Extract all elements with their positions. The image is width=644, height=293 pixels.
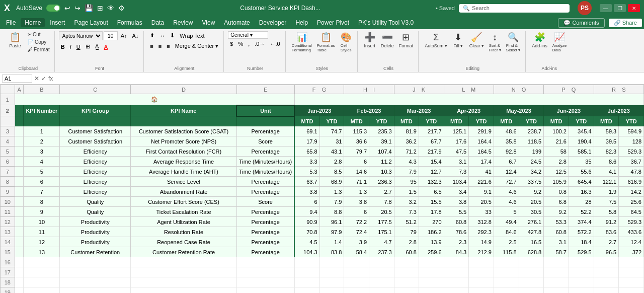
data-cell-jun_ytd[interactable]: 35 bbox=[569, 157, 594, 167]
data-cell-jun_ytd[interactable]: 645.4 bbox=[569, 177, 594, 187]
col-n-o-header[interactable]: N O bbox=[494, 85, 543, 94]
col-a-header[interactable]: A bbox=[15, 85, 24, 94]
data-cell-feb_mtd[interactable]: 72.4 bbox=[344, 227, 369, 237]
data-cell-jun_mtd[interactable]: 9.2 bbox=[544, 207, 569, 217]
view-btn[interactable]: 👁 bbox=[107, 4, 114, 12]
menu-file[interactable]: File bbox=[2, 18, 20, 27]
data-cell-feb_ytd[interactable]: 2.7 bbox=[369, 187, 394, 197]
data-cell-feb_mtd[interactable]: 1.3 bbox=[344, 187, 369, 197]
data-cell-may_ytd[interactable]: 337.5 bbox=[519, 177, 544, 187]
align-top-btn[interactable]: ⬆ bbox=[148, 31, 156, 40]
data-cell-feb_ytd[interactable]: 39.1 bbox=[369, 136, 394, 146]
data-cell-mar_mtd[interactable]: 81.9 bbox=[394, 126, 419, 136]
data-cell-feb_ytd[interactable]: 175.1 bbox=[369, 227, 394, 237]
data-cell-feb_mtd[interactable]: 79.7 bbox=[344, 146, 369, 157]
data-cell-feb_ytd[interactable]: 177.5 bbox=[369, 217, 394, 227]
data-cell-feb_mtd[interactable]: 58.4 bbox=[344, 247, 369, 257]
kpi-group-cell[interactable]: Productivity bbox=[60, 227, 131, 237]
data-cell-may_mtd[interactable]: 35.8 bbox=[494, 136, 519, 146]
data-cell-jul_ytd[interactable]: 128 bbox=[619, 136, 644, 146]
cell-reference-input[interactable] bbox=[2, 75, 32, 83]
data-cell-may_ytd[interactable]: 9.2 bbox=[519, 187, 544, 197]
data-cell-jul_ytd[interactable]: 64.5 bbox=[619, 207, 644, 217]
data-cell-jun_ytd[interactable]: 28 bbox=[569, 197, 594, 207]
menu-page-layout[interactable]: Page Layout bbox=[70, 18, 112, 27]
grid-scroll-container[interactable]: A B C D E F G H I J K L M N O P Q R S bbox=[0, 85, 644, 293]
data-cell-feb_ytd[interactable]: 7.8 bbox=[369, 197, 394, 207]
data-cell-jan_ytd[interactable]: 1.3 bbox=[319, 187, 344, 197]
kpi-name-cell[interactable]: Average Handle Time (AHT) bbox=[131, 167, 237, 177]
kpi-name-cell[interactable]: Abandonment Rate bbox=[131, 187, 237, 197]
data-cell-jul_mtd[interactable]: 122.1 bbox=[594, 177, 619, 187]
data-cell-may_ytd[interactable]: 238.7 bbox=[519, 126, 544, 136]
data-cell-jun_ytd[interactable]: 585.1 bbox=[569, 146, 594, 157]
data-cell-may_ytd[interactable]: 628.8 bbox=[519, 247, 544, 257]
copy-btn[interactable]: 📄 Copy bbox=[26, 39, 51, 45]
kpi-number-cell[interactable]: 5 bbox=[24, 167, 60, 177]
data-cell-feb_mtd[interactable]: 3.8 bbox=[344, 197, 369, 207]
data-cell-jun_mtd[interactable]: 2.8 bbox=[544, 157, 569, 167]
kpi-group-cell[interactable]: Efficiency bbox=[60, 177, 131, 187]
data-cell-jan_ytd[interactable]: 43.1 bbox=[319, 146, 344, 157]
data-cell-jun_ytd[interactable]: 52.2 bbox=[569, 207, 594, 217]
menu-formulas[interactable]: Formulas bbox=[113, 18, 146, 27]
data-cell-jun_mtd[interactable]: 58 bbox=[544, 146, 569, 157]
quick-save-btn[interactable]: 💾 bbox=[85, 4, 93, 12]
jan-2023-header[interactable]: Jan-2023 bbox=[294, 105, 344, 116]
clear-btn[interactable]: 🧹 Clear ▾ bbox=[467, 31, 486, 49]
data-cell-mar_mtd[interactable]: 60.8 bbox=[394, 247, 419, 257]
formula-input[interactable] bbox=[55, 76, 642, 82]
data-cell-jan_mtd[interactable]: 63.7 bbox=[294, 177, 319, 187]
kpi-name-cell[interactable]: First Contact Resolution (FCR) bbox=[131, 146, 237, 157]
data-cell-may_mtd[interactable]: 72.7 bbox=[494, 177, 519, 187]
kpi-name-cell[interactable]: Resolution Rate bbox=[131, 227, 237, 237]
data-cell-jun_ytd[interactable]: 16.3 bbox=[569, 187, 594, 197]
analyze-data-btn[interactable]: 📈 AnalyzeData bbox=[550, 31, 569, 53]
data-cell-jul_ytd[interactable]: 594.9 bbox=[619, 126, 644, 136]
align-bottom-btn[interactable]: ⬇ bbox=[168, 31, 177, 40]
data-cell-jan_ytd[interactable]: 97.9 bbox=[319, 227, 344, 237]
data-cell-feb_ytd[interactable]: 107.4 bbox=[369, 146, 394, 157]
data-cell-jan_ytd[interactable]: 31 bbox=[319, 136, 344, 146]
format-painter-btn[interactable]: 🖌 Format bbox=[26, 46, 51, 53]
data-cell-jun_ytd[interactable]: 529.5 bbox=[569, 247, 594, 257]
border-btn[interactable]: ⊞ bbox=[84, 42, 92, 51]
search-bar[interactable]: 🔍 Search bbox=[459, 4, 570, 13]
unit-cell[interactable]: Percentage bbox=[236, 126, 294, 136]
data-cell-feb_ytd[interactable]: 236.3 bbox=[369, 177, 394, 187]
data-cell-may_mtd[interactable]: 84.6 bbox=[494, 227, 519, 237]
col-j-k-header[interactable]: J K bbox=[394, 85, 444, 94]
menu-view[interactable]: View bbox=[198, 18, 219, 27]
close-btn[interactable]: ✕ bbox=[628, 4, 640, 12]
data-cell-may_ytd[interactable]: 16.5 bbox=[519, 237, 544, 247]
kpi-group-cell[interactable]: Efficiency bbox=[60, 146, 131, 157]
data-cell-jan_mtd[interactable]: 69.1 bbox=[294, 126, 319, 136]
restore-btn[interactable]: ❐ bbox=[614, 4, 626, 12]
data-cell-jan_ytd[interactable]: 1.4 bbox=[319, 237, 344, 247]
jul-2023-header[interactable]: Jul-2023 bbox=[594, 105, 643, 116]
col-h-i-header[interactable]: H I bbox=[344, 85, 394, 94]
italic-btn[interactable]: I bbox=[68, 43, 73, 51]
jun-2023-header[interactable]: Jun-2023 bbox=[544, 105, 594, 116]
table-row[interactable]: 119QualityTicket Escalation RatePercenta… bbox=[1, 207, 644, 217]
cancel-formula-icon[interactable]: ✕ bbox=[34, 75, 39, 82]
share-btn[interactable]: 🔗 Share bbox=[609, 19, 642, 27]
data-cell-jul_mtd[interactable]: 5.8 bbox=[594, 207, 619, 217]
data-cell-mar_ytd[interactable]: 186.2 bbox=[419, 227, 444, 237]
insert-cells-btn[interactable]: ➕ Insert bbox=[362, 31, 378, 49]
unit-header[interactable]: Unit bbox=[236, 105, 294, 116]
col-r-s-header[interactable]: R S bbox=[594, 85, 643, 94]
menu-developer[interactable]: Developer bbox=[255, 18, 291, 27]
data-cell-jan_mtd[interactable]: 90.9 bbox=[294, 217, 319, 227]
font-decrease-btn[interactable]: A↓ bbox=[130, 32, 141, 40]
data-cell-jul_ytd[interactable]: 616.9 bbox=[619, 177, 644, 187]
table-row[interactable]: 86EfficiencyService LevelPercentage63.76… bbox=[1, 177, 644, 187]
data-cell-apr_mtd[interactable]: 3.4 bbox=[444, 187, 469, 197]
fill-color-btn[interactable]: A̲ bbox=[93, 42, 101, 51]
data-cell-jul_mtd[interactable]: 7.5 bbox=[594, 197, 619, 207]
data-cell-feb_mtd[interactable]: 115.3 bbox=[344, 126, 369, 136]
data-cell-feb_mtd[interactable]: 72.2 bbox=[344, 217, 369, 227]
data-cell-mar_mtd[interactable]: 7.3 bbox=[394, 207, 419, 217]
data-cell-apr_ytd[interactable]: 292.3 bbox=[469, 227, 494, 237]
redo-btn[interactable]: ↪ bbox=[74, 4, 80, 12]
